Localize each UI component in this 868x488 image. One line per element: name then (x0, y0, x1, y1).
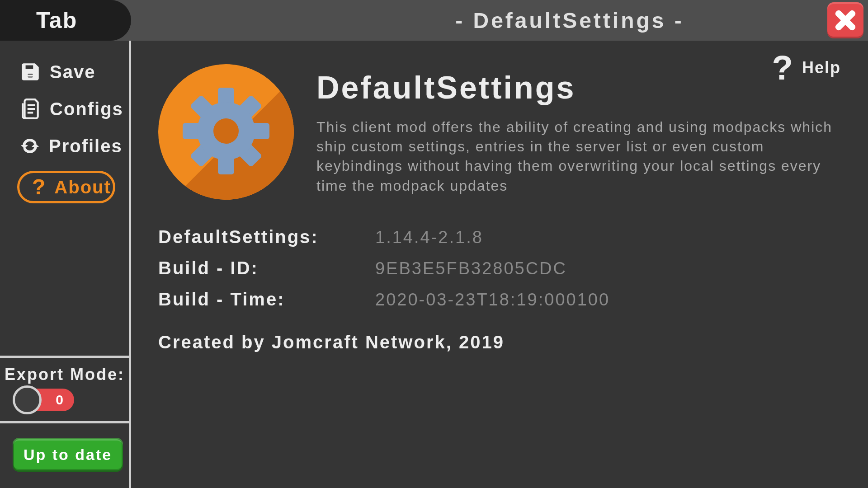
help-label: Help (802, 58, 841, 77)
main-content: ? Help (131, 41, 868, 488)
refresh-icon (19, 135, 41, 157)
mod-description: This client mod offers the ability of cr… (316, 117, 841, 196)
header-tab-pill[interactable]: Tab (0, 0, 131, 41)
update-status-block: Up to date (0, 423, 129, 488)
build-info-key: DefaultSettings: (158, 227, 375, 247)
sidebar-item-configs[interactable]: Configs (0, 90, 129, 127)
toggle-knob (13, 385, 42, 414)
sidebar-item-profiles[interactable]: Profiles (0, 127, 129, 164)
sidebar-item-label: Save (50, 62, 95, 82)
mod-title: DefaultSettings (316, 70, 841, 106)
build-info-row: Build - ID: 9EB3E5FB32805CDC (158, 258, 845, 278)
build-info: DefaultSettings: 1.14.4-2.1.8 Build - ID… (158, 227, 845, 310)
sidebar: Save Configs Profiles ? About Export Mod… (0, 41, 131, 488)
build-info-value: 2020-03-23T18:19:000100 (375, 290, 610, 310)
close-button[interactable] (827, 2, 863, 38)
svg-point-12 (213, 118, 239, 144)
sidebar-item-about[interactable]: ? About (17, 171, 115, 203)
sidebar-item-label: Configs (50, 99, 123, 119)
header-bar: About Tab - DefaultSettings - (0, 0, 868, 41)
sidebar-item-label: Profiles (49, 136, 123, 156)
svg-rect-1 (24, 75, 37, 76)
toggle-value: 0 (56, 392, 64, 408)
mod-logo (158, 64, 294, 200)
update-status-label: Up to date (24, 446, 112, 463)
svg-rect-0 (24, 72, 37, 74)
build-info-row: DefaultSettings: 1.14.4-2.1.8 (158, 227, 845, 247)
export-mode-toggle[interactable]: 0 (5, 389, 129, 411)
build-info-value: 9EB3E5FB32805CDC (375, 259, 567, 278)
build-info-key: Build - ID: (158, 258, 375, 278)
update-status-button[interactable]: Up to date (13, 438, 123, 472)
export-mode-block: Export Mode: 0 (0, 356, 129, 423)
page-title: - DefaultSettings - (455, 8, 684, 33)
export-mode-label: Export Mode: (5, 365, 129, 384)
question-icon: ? (772, 51, 794, 85)
sidebar-item-label: About (54, 177, 111, 197)
gear-icon (181, 86, 271, 178)
credit-line: Created by Jomcraft Network, 2019 (158, 332, 845, 352)
question-icon: ? (32, 176, 46, 198)
document-icon (19, 98, 42, 120)
svg-rect-2 (24, 78, 37, 80)
header-tab-label: Tab (36, 7, 77, 33)
build-info-row: Build - Time: 2020-03-23T18:19:000100 (158, 289, 845, 310)
build-info-key: Build - Time: (158, 289, 375, 310)
build-info-value: 1.14.4-2.1.8 (375, 228, 483, 247)
help-button[interactable]: ? Help (772, 51, 841, 85)
save-icon (19, 61, 42, 83)
sidebar-item-save[interactable]: Save (0, 53, 129, 90)
